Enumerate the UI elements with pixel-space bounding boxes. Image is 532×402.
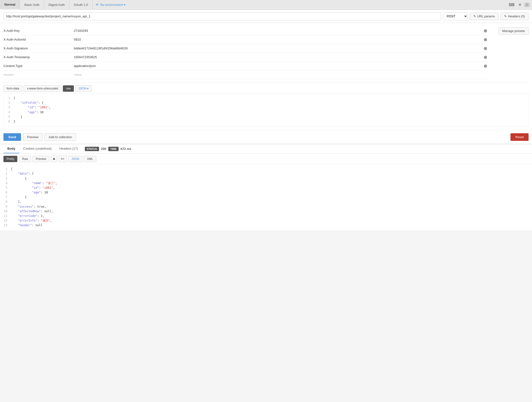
wrap-icon-button[interactable]: ■ — [51, 156, 57, 162]
response-section: Body Cookies (undefined) Headers (17) ST… — [0, 144, 532, 230]
pretty-button[interactable]: Pretty — [3, 156, 17, 162]
reset-button[interactable]: Reset — [510, 133, 529, 141]
response-tab-bar: Body Cookies (undefined) Headers (17) ST… — [0, 144, 532, 154]
preview-button[interactable]: Preview — [23, 133, 43, 141]
headers-section: ⊗ ⊗ ⊗ ⊗ ⊗ — [3, 26, 489, 79]
presets-area: Manage presets — [494, 26, 529, 82]
urlencoded-button[interactable]: x-www-form-urlencoded — [24, 85, 61, 92]
form-data-button[interactable]: form-data — [3, 85, 22, 92]
tab-oauth[interactable]: OAuth 1.0 — [69, 0, 93, 10]
url-params-icon: ✎ — [473, 14, 476, 18]
url-input[interactable] — [3, 12, 441, 20]
line-numbers: 1 2 3 4 5 6 — [6, 96, 13, 124]
main-content: ⊗ ⊗ ⊗ ⊗ ⊗ — [0, 23, 532, 130]
chevron-down-icon: ▾ — [124, 3, 125, 7]
request-body-editor[interactable]: 1 2 3 4 5 6 { "inFields": { "id": "i001"… — [3, 93, 529, 127]
environment-selector[interactable]: 👁 No environment ▾ — [96, 3, 125, 7]
tab-bar: Normal Basic Auth Digest Auth OAuth 1.0 … — [0, 0, 532, 10]
resp-tab-headers[interactable]: Headers (17) — [55, 144, 82, 153]
header-row-4: ⊗ — [3, 53, 489, 62]
remove-header-5[interactable]: ⊗ — [482, 64, 489, 68]
header-key-3[interactable] — [3, 45, 72, 51]
url-bar: POST GET PUT DELETE PATCH HEAD OPTIONS ✎… — [0, 10, 532, 23]
time-value: 672 ms — [121, 147, 131, 151]
header-value-2[interactable] — [72, 37, 482, 42]
header-row-2: ⊗ — [3, 35, 489, 44]
response-code-content: { "data": [ { "name": "张三", "id": "i001"… — [11, 167, 529, 228]
remove-header-1[interactable]: ⊗ — [482, 29, 489, 33]
headers-icon: ✎ — [504, 14, 507, 18]
header-key-2[interactable] — [3, 37, 72, 42]
header-key-4[interactable] — [3, 54, 72, 60]
send-button[interactable]: Send — [3, 133, 21, 141]
xml-resp-button[interactable]: XML — [84, 156, 96, 162]
header-value-3[interactable] — [72, 45, 482, 51]
remove-header-3[interactable]: ⊗ — [482, 46, 489, 51]
keyboard-icon[interactable]: ⌨ — [508, 1, 515, 8]
header-row-new — [3, 70, 489, 79]
code-content: { "inFields": { "id": "i001", "age": 10 … — [13, 96, 526, 124]
response-toolbar: Pretty Raw Preview ■ ≡+ JSON XML — [0, 154, 532, 164]
body-format-bar: form-data x-www-form-urlencoded raw JSON… — [3, 83, 529, 93]
eye-icon: 👁 — [96, 3, 99, 7]
remove-header-2[interactable]: ⊗ — [482, 37, 489, 42]
tab-normal[interactable]: Normal — [0, 0, 20, 10]
header-key-5[interactable] — [3, 63, 72, 69]
response-body-editor: 1 2 3 4 5 6 7 8 9 10 11 12 13 { "data": … — [0, 164, 532, 230]
header-key-new[interactable] — [3, 72, 72, 78]
status-label: STATUS — [85, 147, 99, 151]
tab-basic-auth[interactable]: Basic Auth — [20, 0, 44, 10]
header-value-1[interactable] — [72, 28, 482, 34]
method-select[interactable]: POST GET PUT DELETE PATCH HEAD OPTIONS — [443, 12, 468, 20]
headers-button[interactable]: ✎ Headers (5) — [500, 12, 529, 20]
indent-icon-button[interactable]: ≡+ — [59, 156, 67, 162]
header-value-4[interactable] — [72, 54, 482, 60]
time-label: TIME — [108, 147, 119, 151]
header-value-5[interactable] — [72, 63, 482, 69]
resp-tab-cookies[interactable]: Cookies (undefined) — [19, 144, 55, 153]
tab-digest-auth[interactable]: Digest Auth — [44, 0, 69, 10]
response-line-numbers: 1 2 3 4 5 6 7 8 9 10 11 12 13 — [3, 167, 11, 228]
json-button[interactable]: JSON ▾ — [75, 85, 92, 92]
header-row-1: ⊗ — [3, 26, 489, 35]
header-row-3: ⊗ — [3, 44, 489, 53]
action-bar: Send Preview Add to collection Reset — [0, 130, 532, 144]
status-value: 200 — [101, 147, 106, 151]
add-to-collection-button[interactable]: Add to collection — [44, 133, 76, 141]
resp-tab-body[interactable]: Body — [3, 144, 19, 153]
header-value-new[interactable] — [72, 72, 489, 78]
manage-presets-button[interactable]: Manage presets — [499, 27, 529, 34]
remove-header-4[interactable]: ⊗ — [482, 55, 489, 59]
notification-badge: 0 — [524, 3, 530, 7]
raw-button[interactable]: raw — [63, 85, 74, 92]
preview-resp-button[interactable]: Preview — [33, 156, 49, 162]
json-resp-button[interactable]: JSON — [68, 156, 82, 162]
raw-resp-button[interactable]: Raw — [19, 156, 31, 162]
url-params-button[interactable]: ✎ URL params — [470, 12, 499, 20]
header-key-1[interactable] — [3, 28, 72, 34]
close-icon[interactable]: ✕ — [517, 1, 522, 8]
status-badge: STATUS 200 TIME 672 ms — [85, 147, 131, 151]
header-row-5: ⊗ — [3, 62, 489, 70]
top-right-controls: ⌨ ✕ 0 — [508, 1, 532, 8]
